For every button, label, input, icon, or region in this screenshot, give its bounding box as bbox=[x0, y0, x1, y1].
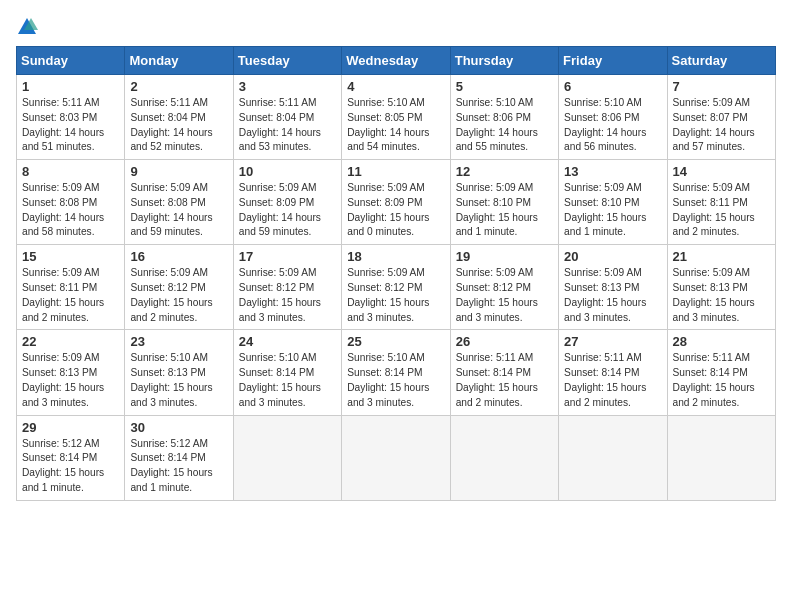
day-number: 30 bbox=[130, 420, 227, 435]
day-number: 27 bbox=[564, 334, 661, 349]
calendar-week-row: 8 Sunrise: 5:09 AM Sunset: 8:08 PM Dayli… bbox=[17, 160, 776, 245]
calendar-day-cell: 26 Sunrise: 5:11 AM Sunset: 8:14 PM Dayl… bbox=[450, 330, 558, 415]
calendar-day-cell: 18 Sunrise: 5:09 AM Sunset: 8:12 PM Dayl… bbox=[342, 245, 450, 330]
day-number: 5 bbox=[456, 79, 553, 94]
day-info: Sunrise: 5:10 AM Sunset: 8:13 PM Dayligh… bbox=[130, 351, 227, 410]
day-number: 22 bbox=[22, 334, 119, 349]
logo-icon bbox=[16, 16, 38, 38]
day-info: Sunrise: 5:09 AM Sunset: 8:12 PM Dayligh… bbox=[347, 266, 444, 325]
day-info: Sunrise: 5:11 AM Sunset: 8:14 PM Dayligh… bbox=[564, 351, 661, 410]
calendar-day-cell: 30 Sunrise: 5:12 AM Sunset: 8:14 PM Dayl… bbox=[125, 415, 233, 500]
calendar-day-cell: 21 Sunrise: 5:09 AM Sunset: 8:13 PM Dayl… bbox=[667, 245, 775, 330]
day-number: 15 bbox=[22, 249, 119, 264]
calendar-day-cell: 25 Sunrise: 5:10 AM Sunset: 8:14 PM Dayl… bbox=[342, 330, 450, 415]
day-info: Sunrise: 5:09 AM Sunset: 8:13 PM Dayligh… bbox=[564, 266, 661, 325]
day-info: Sunrise: 5:09 AM Sunset: 8:13 PM Dayligh… bbox=[673, 266, 770, 325]
calendar-day-cell: 28 Sunrise: 5:11 AM Sunset: 8:14 PM Dayl… bbox=[667, 330, 775, 415]
day-number: 26 bbox=[456, 334, 553, 349]
calendar-week-row: 1 Sunrise: 5:11 AM Sunset: 8:03 PM Dayli… bbox=[17, 75, 776, 160]
day-info: Sunrise: 5:11 AM Sunset: 8:14 PM Dayligh… bbox=[456, 351, 553, 410]
day-number: 13 bbox=[564, 164, 661, 179]
day-number: 16 bbox=[130, 249, 227, 264]
calendar-day-cell bbox=[342, 415, 450, 500]
day-info: Sunrise: 5:10 AM Sunset: 8:05 PM Dayligh… bbox=[347, 96, 444, 155]
day-info: Sunrise: 5:09 AM Sunset: 8:09 PM Dayligh… bbox=[239, 181, 336, 240]
calendar-day-cell: 3 Sunrise: 5:11 AM Sunset: 8:04 PM Dayli… bbox=[233, 75, 341, 160]
day-info: Sunrise: 5:09 AM Sunset: 8:12 PM Dayligh… bbox=[130, 266, 227, 325]
day-info: Sunrise: 5:09 AM Sunset: 8:10 PM Dayligh… bbox=[456, 181, 553, 240]
day-number: 7 bbox=[673, 79, 770, 94]
calendar-day-cell bbox=[233, 415, 341, 500]
day-info: Sunrise: 5:09 AM Sunset: 8:12 PM Dayligh… bbox=[239, 266, 336, 325]
weekday-header-sunday: Sunday bbox=[17, 47, 125, 75]
day-info: Sunrise: 5:09 AM Sunset: 8:09 PM Dayligh… bbox=[347, 181, 444, 240]
weekday-header-saturday: Saturday bbox=[667, 47, 775, 75]
day-info: Sunrise: 5:09 AM Sunset: 8:11 PM Dayligh… bbox=[22, 266, 119, 325]
calendar-day-cell bbox=[450, 415, 558, 500]
day-info: Sunrise: 5:10 AM Sunset: 8:06 PM Dayligh… bbox=[564, 96, 661, 155]
day-number: 11 bbox=[347, 164, 444, 179]
day-number: 20 bbox=[564, 249, 661, 264]
page-header bbox=[16, 16, 776, 38]
calendar-day-cell: 19 Sunrise: 5:09 AM Sunset: 8:12 PM Dayl… bbox=[450, 245, 558, 330]
day-number: 9 bbox=[130, 164, 227, 179]
day-info: Sunrise: 5:11 AM Sunset: 8:03 PM Dayligh… bbox=[22, 96, 119, 155]
weekday-header-wednesday: Wednesday bbox=[342, 47, 450, 75]
day-number: 4 bbox=[347, 79, 444, 94]
day-number: 29 bbox=[22, 420, 119, 435]
calendar-day-cell: 29 Sunrise: 5:12 AM Sunset: 8:14 PM Dayl… bbox=[17, 415, 125, 500]
calendar-day-cell: 11 Sunrise: 5:09 AM Sunset: 8:09 PM Dayl… bbox=[342, 160, 450, 245]
day-info: Sunrise: 5:09 AM Sunset: 8:08 PM Dayligh… bbox=[22, 181, 119, 240]
day-info: Sunrise: 5:10 AM Sunset: 8:06 PM Dayligh… bbox=[456, 96, 553, 155]
day-number: 28 bbox=[673, 334, 770, 349]
day-number: 6 bbox=[564, 79, 661, 94]
day-info: Sunrise: 5:09 AM Sunset: 8:12 PM Dayligh… bbox=[456, 266, 553, 325]
day-info: Sunrise: 5:11 AM Sunset: 8:14 PM Dayligh… bbox=[673, 351, 770, 410]
calendar-day-cell: 6 Sunrise: 5:10 AM Sunset: 8:06 PM Dayli… bbox=[559, 75, 667, 160]
calendar-day-cell: 17 Sunrise: 5:09 AM Sunset: 8:12 PM Dayl… bbox=[233, 245, 341, 330]
day-number: 8 bbox=[22, 164, 119, 179]
day-number: 12 bbox=[456, 164, 553, 179]
day-info: Sunrise: 5:09 AM Sunset: 8:13 PM Dayligh… bbox=[22, 351, 119, 410]
calendar-day-cell: 5 Sunrise: 5:10 AM Sunset: 8:06 PM Dayli… bbox=[450, 75, 558, 160]
calendar-day-cell: 13 Sunrise: 5:09 AM Sunset: 8:10 PM Dayl… bbox=[559, 160, 667, 245]
day-number: 21 bbox=[673, 249, 770, 264]
day-info: Sunrise: 5:10 AM Sunset: 8:14 PM Dayligh… bbox=[239, 351, 336, 410]
day-number: 1 bbox=[22, 79, 119, 94]
weekday-header-monday: Monday bbox=[125, 47, 233, 75]
day-number: 14 bbox=[673, 164, 770, 179]
day-info: Sunrise: 5:09 AM Sunset: 8:08 PM Dayligh… bbox=[130, 181, 227, 240]
calendar-day-cell: 12 Sunrise: 5:09 AM Sunset: 8:10 PM Dayl… bbox=[450, 160, 558, 245]
calendar-day-cell: 24 Sunrise: 5:10 AM Sunset: 8:14 PM Dayl… bbox=[233, 330, 341, 415]
calendar-week-row: 15 Sunrise: 5:09 AM Sunset: 8:11 PM Dayl… bbox=[17, 245, 776, 330]
day-info: Sunrise: 5:09 AM Sunset: 8:10 PM Dayligh… bbox=[564, 181, 661, 240]
day-info: Sunrise: 5:12 AM Sunset: 8:14 PM Dayligh… bbox=[22, 437, 119, 496]
day-info: Sunrise: 5:11 AM Sunset: 8:04 PM Dayligh… bbox=[130, 96, 227, 155]
day-number: 25 bbox=[347, 334, 444, 349]
weekday-header-friday: Friday bbox=[559, 47, 667, 75]
calendar-week-row: 29 Sunrise: 5:12 AM Sunset: 8:14 PM Dayl… bbox=[17, 415, 776, 500]
calendar-day-cell: 14 Sunrise: 5:09 AM Sunset: 8:11 PM Dayl… bbox=[667, 160, 775, 245]
day-number: 10 bbox=[239, 164, 336, 179]
weekday-header-row: SundayMondayTuesdayWednesdayThursdayFrid… bbox=[17, 47, 776, 75]
logo bbox=[16, 16, 42, 38]
day-number: 18 bbox=[347, 249, 444, 264]
calendar-day-cell: 8 Sunrise: 5:09 AM Sunset: 8:08 PM Dayli… bbox=[17, 160, 125, 245]
day-number: 19 bbox=[456, 249, 553, 264]
day-number: 24 bbox=[239, 334, 336, 349]
day-info: Sunrise: 5:11 AM Sunset: 8:04 PM Dayligh… bbox=[239, 96, 336, 155]
day-number: 2 bbox=[130, 79, 227, 94]
calendar-day-cell: 9 Sunrise: 5:09 AM Sunset: 8:08 PM Dayli… bbox=[125, 160, 233, 245]
calendar-table: SundayMondayTuesdayWednesdayThursdayFrid… bbox=[16, 46, 776, 501]
calendar-day-cell: 4 Sunrise: 5:10 AM Sunset: 8:05 PM Dayli… bbox=[342, 75, 450, 160]
calendar-day-cell bbox=[559, 415, 667, 500]
calendar-week-row: 22 Sunrise: 5:09 AM Sunset: 8:13 PM Dayl… bbox=[17, 330, 776, 415]
calendar-day-cell: 15 Sunrise: 5:09 AM Sunset: 8:11 PM Dayl… bbox=[17, 245, 125, 330]
day-number: 23 bbox=[130, 334, 227, 349]
weekday-header-tuesday: Tuesday bbox=[233, 47, 341, 75]
day-info: Sunrise: 5:12 AM Sunset: 8:14 PM Dayligh… bbox=[130, 437, 227, 496]
calendar-day-cell: 16 Sunrise: 5:09 AM Sunset: 8:12 PM Dayl… bbox=[125, 245, 233, 330]
calendar-day-cell: 2 Sunrise: 5:11 AM Sunset: 8:04 PM Dayli… bbox=[125, 75, 233, 160]
calendar-day-cell: 20 Sunrise: 5:09 AM Sunset: 8:13 PM Dayl… bbox=[559, 245, 667, 330]
day-number: 17 bbox=[239, 249, 336, 264]
